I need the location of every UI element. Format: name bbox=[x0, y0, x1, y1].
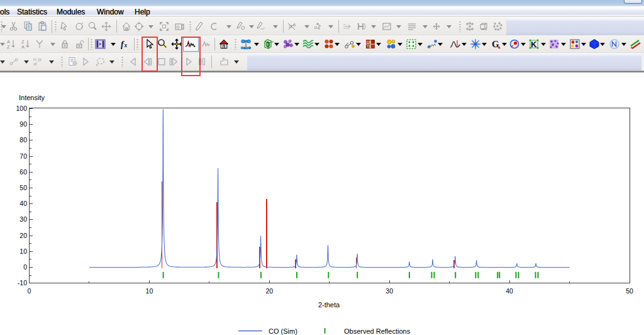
svg-text:70: 70 bbox=[19, 152, 27, 160]
svg-text:80: 80 bbox=[19, 136, 27, 144]
svg-text:0: 0 bbox=[23, 263, 27, 271]
svg-text:Observed Reflections: Observed Reflections bbox=[344, 327, 411, 335]
svg-text:Intensity: Intensity bbox=[19, 94, 45, 101]
svg-text:100: 100 bbox=[16, 105, 27, 112]
svg-text:TB: TB bbox=[367, 45, 371, 48]
svg-text:30: 30 bbox=[386, 287, 393, 295]
svg-text:Z: Z bbox=[7, 44, 10, 50]
svg-text:abc: abc bbox=[481, 27, 487, 31]
svg-text:20: 20 bbox=[19, 232, 27, 239]
svg-text:10: 10 bbox=[19, 247, 27, 255]
svg-text:40: 40 bbox=[506, 287, 513, 295]
svg-text:0: 0 bbox=[28, 287, 31, 295]
svg-text:H: H bbox=[33, 57, 36, 62]
svg-text:x: x bbox=[124, 42, 128, 48]
svg-text:A: A bbox=[21, 44, 25, 50]
svg-text:60: 60 bbox=[19, 168, 27, 176]
svg-text:2-theta: 2-theta bbox=[318, 301, 340, 309]
svg-text:-10: -10 bbox=[18, 279, 27, 287]
svg-text:50: 50 bbox=[626, 287, 633, 295]
svg-text:DF: DF bbox=[367, 40, 372, 44]
svg-text:50: 50 bbox=[19, 184, 27, 191]
svg-text:30: 30 bbox=[19, 215, 27, 223]
svg-text:40: 40 bbox=[19, 200, 27, 207]
svg-text:10: 10 bbox=[146, 287, 153, 295]
svg-text:20: 20 bbox=[265, 287, 273, 295]
svg-text:CO (Sim): CO (Sim) bbox=[269, 327, 297, 335]
svg-text:90: 90 bbox=[19, 120, 27, 128]
